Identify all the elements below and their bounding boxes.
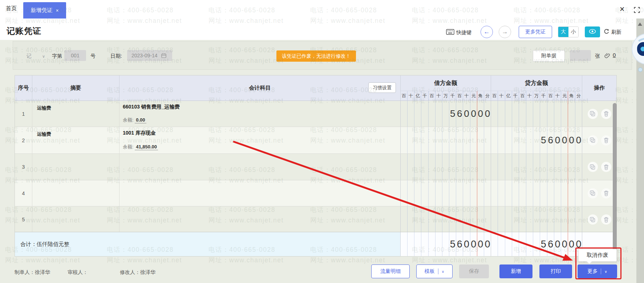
digit-cell: 0 [568, 232, 575, 256]
account-cell[interactable] [120, 206, 401, 233]
assistant-robot-avatar[interactable] [631, 33, 644, 66]
template-button[interactable]: 模板 ∨ [416, 264, 453, 278]
table-header: 序号 摘要 会计科目 习惯设置 借方金额 百十亿千百十万千百十元角分 贷方金额 … [15, 75, 616, 101]
debit-amount-cell[interactable] [401, 154, 491, 180]
insert-row-button[interactable] [588, 109, 598, 119]
chevron-down-icon[interactable]: ∨ [604, 270, 607, 274]
insert-row-button[interactable] [588, 188, 598, 198]
previous-voucher-button[interactable]: ← [481, 26, 493, 38]
row-seq: 1 [15, 101, 32, 127]
scroll-up-arrow[interactable] [638, 22, 642, 26]
digit-cell [449, 180, 456, 206]
attachment-count-input[interactable] [570, 50, 591, 61]
digit-cell [436, 206, 442, 233]
balance-value-link[interactable]: 0.00 [135, 117, 146, 123]
digit-cell [408, 101, 414, 127]
add-button[interactable]: 新增 [499, 264, 532, 278]
summary-cell[interactable] [32, 206, 120, 233]
digit-cell: 百 [401, 91, 408, 101]
delete-row-button[interactable] [601, 214, 611, 225]
digit-cell [540, 180, 547, 206]
balance-label: 余额: [123, 144, 135, 149]
credit-amount-cell[interactable] [491, 101, 582, 127]
credit-amount-cell[interactable] [491, 206, 582, 233]
more-vouchers-button[interactable]: 更多凭证 [519, 26, 552, 38]
table-scrollbar-thumb[interactable] [613, 103, 617, 261]
digit-cell [491, 154, 498, 180]
shortcut-keys-button[interactable]: 快捷键 [456, 29, 471, 36]
digit-cell [442, 127, 449, 153]
insert-row-button[interactable] [588, 214, 598, 225]
delete-row-button[interactable] [601, 109, 611, 119]
font-size-large[interactable]: 大 [558, 27, 568, 37]
digit-cell [533, 180, 540, 206]
voucher-row-4: 4 [15, 180, 616, 206]
voucher-number-input[interactable]: 001 [64, 50, 86, 61]
summary-cell[interactable] [32, 154, 120, 180]
digit-cell [512, 232, 519, 256]
debit-amount-cell[interactable] [401, 180, 491, 206]
date-input[interactable]: 2023-09-14 [127, 50, 172, 61]
digit-cell: 千 [512, 91, 519, 101]
flow-detail-button[interactable]: 流量明细 [371, 264, 410, 278]
summary-cell[interactable] [32, 180, 120, 206]
digit-cell [554, 101, 561, 127]
font-size-small[interactable]: 小 [568, 27, 578, 37]
digit-cell [540, 154, 547, 180]
digit-cell [498, 206, 505, 233]
cancel-void-menu-item[interactable]: 取消作废 [578, 249, 617, 262]
tab-new-voucher[interactable]: 新增凭证 × [23, 2, 66, 19]
account-cell[interactable]: 1001 库存现金余额: 41,850.00 [120, 127, 401, 153]
summary-cell[interactable]: 运输费 [32, 101, 120, 127]
credit-amount-cell[interactable] [491, 154, 582, 180]
delete-row-button[interactable] [601, 162, 611, 172]
attachment-count-link[interactable]: 0 [613, 52, 616, 58]
summary-cell[interactable]: 运输费 [32, 127, 120, 153]
credit-amount-cell[interactable]: 560000 [491, 127, 582, 153]
row-ops-cell [582, 206, 616, 233]
debit-amount-cell[interactable] [401, 127, 491, 153]
voucher-word-select[interactable]: 记 [27, 53, 32, 60]
debit-header-label: 借方金额 [401, 75, 491, 91]
balance-value-link[interactable]: 41,850.00 [135, 144, 158, 150]
credit-digits [491, 206, 582, 233]
row-seq: 4 [15, 180, 32, 206]
delete-row-button[interactable] [601, 188, 611, 198]
debit-amount-cell[interactable]: 560000 [401, 101, 491, 127]
account-cell[interactable] [120, 154, 401, 180]
refresh-button[interactable]: 刷新 [604, 29, 621, 36]
digit-cell [491, 101, 498, 127]
digit-cell [429, 154, 436, 180]
fullscreen-icon[interactable] [633, 7, 640, 15]
digit-cell [463, 154, 470, 180]
digit-cell [498, 101, 505, 127]
balance-line: 余额: 0.00 [123, 117, 146, 123]
digit-cell [421, 232, 428, 256]
account-cell[interactable]: 660103 销售费用_运输费余额: 0.00 [120, 101, 401, 127]
eye-icon [588, 29, 596, 36]
page-title: 记账凭证 [7, 25, 41, 37]
debit-amount-cell[interactable] [401, 206, 491, 233]
digit-cell [533, 101, 540, 127]
insert-row-button[interactable] [588, 135, 598, 145]
more-button[interactable]: 更多 ∨ [578, 264, 617, 278]
attachment-button[interactable]: 附单据 [533, 50, 565, 62]
next-voucher-button[interactable]: → [499, 26, 511, 38]
visibility-toggle-button[interactable] [585, 26, 600, 37]
digit-cell [401, 154, 408, 180]
chevron-down-icon[interactable]: ∨ [442, 270, 444, 274]
tab-home[interactable]: 首页 [6, 5, 17, 12]
digit-cell [554, 206, 561, 233]
reviewer-label: 审核人： [68, 269, 88, 275]
habit-settings-button[interactable]: 习惯设置 [368, 82, 396, 93]
modifier-field: 修改人：徐泽华 [120, 269, 155, 276]
account-cell[interactable] [120, 180, 401, 206]
print-button[interactable]: 打印 [539, 264, 572, 278]
insert-row-button[interactable] [588, 162, 598, 172]
tab-close-icon[interactable]: × [56, 8, 58, 13]
save-button: 保存 [459, 264, 489, 278]
close-icon[interactable]: × [620, 4, 624, 14]
font-size-toggle[interactable]: 大 小 [558, 26, 579, 37]
delete-row-button[interactable] [601, 135, 611, 145]
credit-amount-cell[interactable] [491, 180, 582, 206]
